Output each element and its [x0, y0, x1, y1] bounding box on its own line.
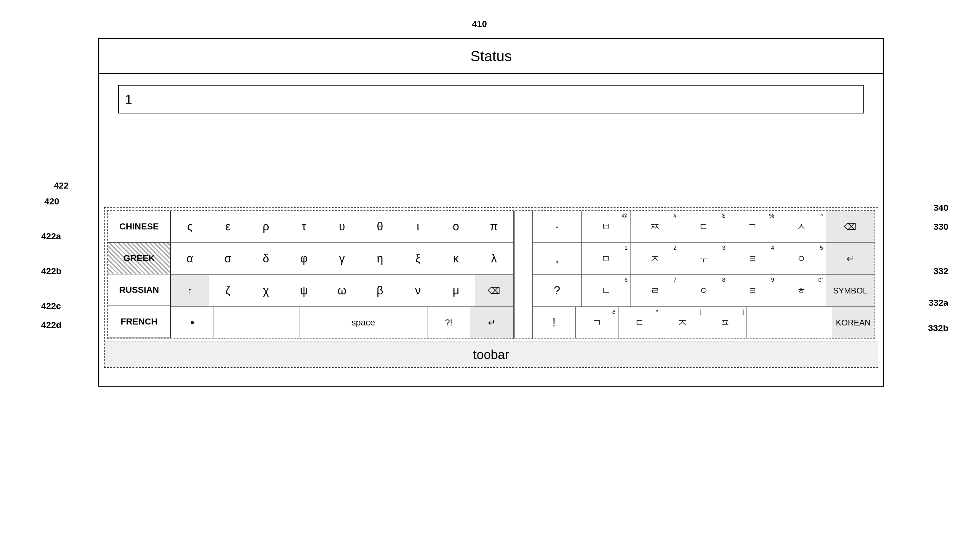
greek-row-4: • space ?! ↵ [171, 307, 513, 338]
key-k-r-4[interactable]: ㄹ4 [728, 243, 777, 274]
ref-422: 422 [54, 181, 69, 191]
key-iota[interactable]: ι [399, 211, 437, 242]
greek-keyboard: ς ε ρ τ υ θ ι ο π α σ δ [171, 211, 514, 338]
key-k-o-8[interactable]: ㅇ8 [679, 275, 728, 306]
key-zeta[interactable]: ζ [209, 275, 247, 306]
keyboard-row: CHINESE GREEK RUSSIAN FRENCH ς ε ρ τ υ θ [108, 211, 875, 338]
key-enter-greek[interactable]: ↵ [470, 307, 513, 338]
key-k-u-3[interactable]: ㅜ3 [679, 243, 728, 274]
korean-row-3: ? ㄴ6 ㄹ7 ㅇ8 ㄹ9 ㅎ0ʳ SYMBOL [533, 275, 875, 307]
key-beta[interactable]: β [361, 275, 399, 306]
ref-422d: 422d [41, 320, 62, 330]
key-omega[interactable]: ω [323, 275, 361, 306]
key-k-g-percent[interactable]: ㄱ% [728, 211, 777, 242]
key-k-s-caret[interactable]: ㅅ^ [777, 211, 826, 242]
key-phi[interactable]: φ [285, 243, 323, 274]
key-space-greek[interactable]: space [299, 307, 428, 338]
panel-divider [514, 211, 533, 338]
key-k-ng-5[interactable]: ㅇ5 [777, 243, 826, 274]
status-text: Status [471, 48, 512, 65]
lang-key-french[interactable]: FRENCH [108, 306, 170, 338]
main-container: Status CHINESE GREEK RUSSIAN FRENCH [98, 38, 884, 387]
key-backspace-greek[interactable]: ⌫ [475, 275, 513, 306]
ref-330: 330 [934, 222, 948, 232]
lang-key-russian[interactable]: RUSSIAN [108, 274, 170, 306]
key-kappa[interactable]: κ [437, 243, 475, 274]
key-space-korean[interactable] [747, 307, 832, 338]
key-eta[interactable]: η [361, 243, 399, 274]
ref-332: 332 [934, 266, 948, 276]
key-k-n-6[interactable]: ㄴ6 [582, 275, 630, 306]
key-k-p-bracket[interactable]: ㅍ] [704, 307, 747, 338]
key-stigma[interactable]: ς [171, 211, 209, 242]
korean-keyboard: · ㅂ@ ㅉ# ㄷ$ ㄱ% ㅅ^ ⌫ , ㅁ1 ㅈ2 ㅜ3 ㄹ4 [533, 211, 875, 338]
key-rho[interactable]: ρ [247, 211, 285, 242]
key-k-j-2[interactable]: ㅈ2 [630, 243, 679, 274]
key-mu[interactable]: μ [437, 275, 475, 306]
content-area [99, 124, 883, 207]
key-k-l-9[interactable]: ㄹ9 [728, 275, 777, 306]
input-area [99, 74, 883, 124]
key-delta[interactable]: δ [247, 243, 285, 274]
ref-420: 420 [45, 196, 59, 207]
key-alpha[interactable]: α [171, 243, 209, 274]
key-omicron[interactable]: ο [437, 211, 475, 242]
key-epsilon[interactable]: ε [209, 211, 247, 242]
lang-key-greek[interactable]: GREEK [108, 242, 170, 274]
key-pi[interactable]: π [475, 211, 513, 242]
key-k-dd-dollar[interactable]: ㄷ$ [679, 211, 728, 242]
key-k-jj-hash[interactable]: ㅉ# [630, 211, 679, 242]
key-symbol[interactable]: SYMBOL [826, 275, 875, 306]
key-upsilon[interactable]: υ [323, 211, 361, 242]
key-period[interactable]: · [533, 211, 582, 242]
ref-422b: 422b [41, 266, 62, 276]
ref-332b: 332b [928, 323, 948, 333]
greek-row-1: ς ε ρ τ υ θ ι ο π [171, 211, 513, 243]
toolbar: toobar [105, 342, 878, 367]
korean-row-1: · ㅂ@ ㅉ# ㄷ$ ㄱ% ㅅ^ ⌫ [533, 211, 875, 243]
key-k-m-1[interactable]: ㅁ1 [582, 243, 630, 274]
key-shift[interactable]: ↑ [171, 275, 209, 306]
toolbar-text: toobar [473, 348, 509, 362]
korean-row-4: ! ㄱ8 ㄷ* ㅈ[ ㅍ] KOREAN [533, 307, 875, 338]
ref-422c: 422c [41, 301, 61, 311]
key-k-j-bracket[interactable]: ㅈ[ [661, 307, 704, 338]
key-empty[interactable] [214, 307, 299, 338]
key-xi[interactable]: ξ [399, 243, 437, 274]
key-korean[interactable]: KOREAN [832, 307, 875, 338]
key-chi[interactable]: χ [247, 275, 285, 306]
ref-340: 340 [934, 203, 948, 213]
keyboard-wrapper-420: CHINESE GREEK RUSSIAN FRENCH ς ε ρ τ υ θ [104, 207, 878, 368]
key-qmark[interactable]: ?! [428, 307, 470, 338]
key-backspace-korean[interactable]: ⌫ [826, 211, 875, 242]
key-psi[interactable]: ψ [285, 275, 323, 306]
ref-332a: 332a [929, 298, 948, 308]
greek-row-2: α σ δ φ γ η ξ κ λ [171, 243, 513, 275]
key-lambda[interactable]: λ [475, 243, 513, 274]
status-bar: Status [99, 39, 883, 74]
korean-row-2: , ㅁ1 ㅈ2 ㅜ3 ㄹ4 ㅇ5 ↵ [533, 243, 875, 275]
text-input[interactable] [118, 85, 864, 113]
key-k-h-0r[interactable]: ㅎ0ʳ [777, 275, 826, 306]
ref-422a: 422a [41, 231, 61, 242]
greek-row-3: ↑ ζ χ ψ ω β ν μ ⌫ [171, 275, 513, 307]
lang-panel: CHINESE GREEK RUSSIAN FRENCH [108, 211, 171, 338]
key-sigma[interactable]: σ [209, 243, 247, 274]
key-exclaim[interactable]: ! [533, 307, 576, 338]
key-k-l-7[interactable]: ㄹ7 [630, 275, 679, 306]
key-gamma[interactable]: γ [323, 243, 361, 274]
ref-410: 410 [472, 19, 487, 29]
key-nu[interactable]: ν [399, 275, 437, 306]
key-enter-korean[interactable]: ↵ [826, 243, 875, 274]
key-theta[interactable]: θ [361, 211, 399, 242]
key-dot[interactable]: • [171, 307, 214, 338]
keyboard-inner-422: CHINESE GREEK RUSSIAN FRENCH ς ε ρ τ υ θ [107, 210, 875, 339]
key-k-g-8[interactable]: ㄱ8 [576, 307, 619, 338]
key-tau[interactable]: τ [285, 211, 323, 242]
key-qmark2[interactable]: ? [533, 275, 582, 306]
key-comma[interactable]: , [533, 243, 582, 274]
key-k-d-star[interactable]: ㄷ* [619, 307, 661, 338]
key-k-b-at[interactable]: ㅂ@ [582, 211, 630, 242]
lang-key-chinese[interactable]: CHINESE [108, 211, 170, 242]
